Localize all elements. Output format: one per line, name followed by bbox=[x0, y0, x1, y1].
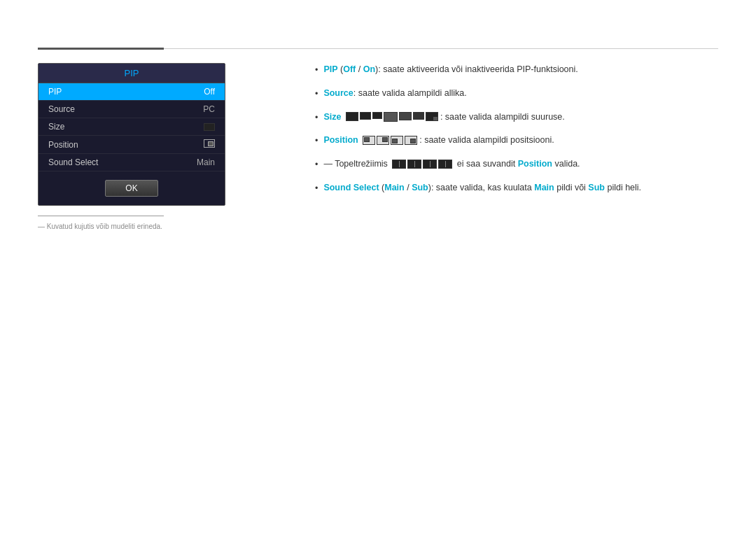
double-mode-icons bbox=[392, 160, 452, 169]
source-label: Source bbox=[48, 104, 75, 114]
dbl-icon-1 bbox=[392, 160, 406, 169]
ok-button[interactable]: OK bbox=[105, 180, 158, 197]
pip-menu-item-sound-select[interactable]: Sound Select Main bbox=[38, 154, 225, 171]
position-icon-value bbox=[204, 139, 215, 150]
sub-keyword: Sub bbox=[412, 183, 428, 192]
size-icon-5 bbox=[399, 112, 412, 120]
size-icon-small bbox=[204, 123, 215, 131]
pip-keyword: PIP bbox=[323, 64, 337, 74]
pip-item-value: Off bbox=[204, 87, 215, 97]
pos-icon-tr bbox=[377, 136, 389, 145]
note-text: ― Kuvatud kujutis võib mudeliti erineda. bbox=[38, 223, 162, 230]
ok-button-row: OK bbox=[38, 171, 225, 205]
pip-menu-item-position[interactable]: Position bbox=[38, 136, 225, 154]
bullet-source-text: Source: saate valida alampildi allika. bbox=[323, 87, 466, 100]
bullet-position: Position : saate valida alampildi posits… bbox=[315, 134, 718, 148]
bullet-sound-select: Sound Select (Main / Sub): saate valida,… bbox=[315, 181, 718, 195]
size-icon-3 bbox=[372, 112, 382, 119]
sound-select-label: Sound Select bbox=[48, 157, 98, 167]
bullet-double-mode: — Topeltrežiimis ei saa suvandit Positio… bbox=[315, 157, 718, 171]
source-value: PC bbox=[203, 104, 215, 114]
pip-menu-item-source[interactable]: Source PC bbox=[38, 101, 225, 118]
source-keyword: Source bbox=[323, 88, 353, 98]
main-keyword: Main bbox=[384, 183, 404, 192]
bullet-pip: PIP (Off / On): saate aktiveerida või in… bbox=[315, 63, 718, 77]
position-keyword: Position bbox=[323, 135, 358, 145]
size-icon-7 bbox=[426, 112, 438, 121]
bullet-position-text: Position : saate valida alampildi posits… bbox=[323, 134, 554, 147]
position-label: Position bbox=[48, 140, 78, 150]
pos-icon-bl bbox=[391, 136, 403, 145]
position-icon bbox=[204, 139, 215, 148]
bullet-double-text: — Topeltrežiimis ei saa suvandit Positio… bbox=[323, 157, 580, 171]
feature-bullet-list: PIP (Off / On): saate aktiveerida või in… bbox=[315, 63, 718, 195]
bullet-size-text: Size : saate valida alampildi suuruse. bbox=[323, 111, 564, 124]
pos-icon-tl bbox=[363, 136, 375, 145]
sound-select-keyword: Sound Select bbox=[323, 183, 379, 192]
main-keyword-2: Main bbox=[534, 183, 554, 192]
note-separator-line bbox=[38, 216, 164, 216]
size-label: Size bbox=[48, 122, 64, 132]
bullet-pip-text: PIP (Off / On): saate aktiveerida või in… bbox=[323, 63, 578, 76]
sound-select-value: Main bbox=[197, 157, 215, 167]
top-line-accent bbox=[38, 48, 164, 50]
size-icon-2 bbox=[360, 112, 371, 120]
size-icon-1 bbox=[346, 112, 358, 121]
size-icons-group bbox=[346, 112, 438, 122]
top-line-separator bbox=[164, 48, 718, 49]
position-icons-group bbox=[363, 136, 417, 145]
top-decorative-lines bbox=[38, 48, 718, 50]
pip-panel-title: PIP bbox=[38, 64, 225, 83]
size-icon-4 bbox=[384, 112, 398, 122]
size-keyword: Size bbox=[323, 112, 341, 122]
bullet-source: Source: saate valida alampildi allika. bbox=[315, 87, 718, 101]
sub-keyword-2: Sub bbox=[588, 183, 605, 192]
pip-menu-item-pip[interactable]: PIP Off bbox=[38, 83, 225, 101]
pip-menu-panel: PIP PIP Off Source PC Size Position Soun… bbox=[38, 63, 225, 206]
pip-menu-item-size[interactable]: Size bbox=[38, 118, 225, 136]
dbl-icon-2 bbox=[407, 160, 421, 169]
size-icon-value bbox=[204, 122, 215, 132]
on-keyword: On bbox=[363, 64, 375, 74]
pip-item-label: PIP bbox=[48, 87, 62, 97]
pos-icon-br bbox=[405, 136, 417, 145]
dbl-icon-3 bbox=[423, 160, 437, 169]
size-icon-6 bbox=[413, 112, 424, 120]
off-keyword: Off bbox=[343, 64, 356, 74]
dbl-icon-4 bbox=[438, 160, 452, 169]
bullet-size: Size : saate valida alampildi suuruse. bbox=[315, 111, 718, 125]
position-keyword-2: Position bbox=[518, 159, 552, 169]
bullet-sound-select-text: Sound Select (Main / Sub): saate valida,… bbox=[323, 181, 641, 195]
right-description-area: PIP (Off / On): saate aktiveerida või in… bbox=[315, 63, 718, 205]
